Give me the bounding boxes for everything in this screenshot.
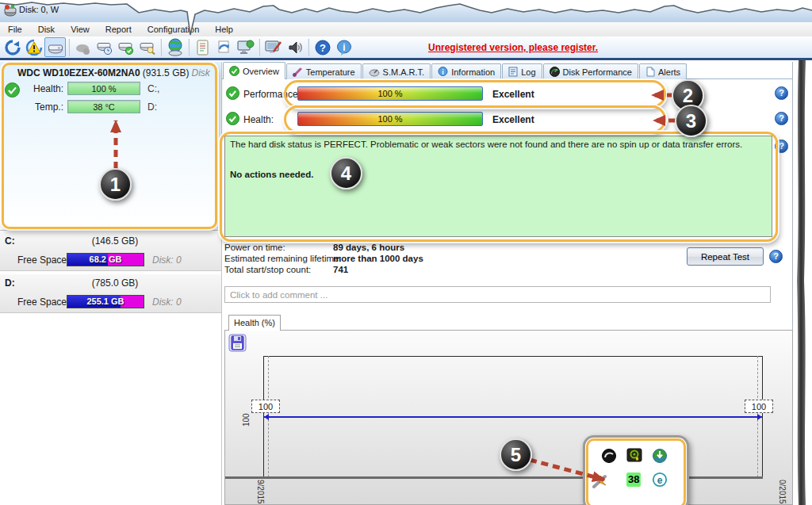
volume-disk-ref: Disk: 0 bbox=[152, 254, 182, 266]
tab-information[interactable]: i Information bbox=[431, 63, 501, 79]
tab-smart[interactable]: S.M.A.R.T. bbox=[362, 63, 431, 79]
disk-disabled-icon bbox=[72, 37, 94, 57]
free-space-label: Free Space bbox=[17, 254, 67, 266]
performance-gauge-icon bbox=[550, 67, 560, 77]
stat-label: Power on time: bbox=[224, 243, 285, 252]
tab-alerts[interactable]: Alerts bbox=[639, 63, 687, 79]
tab-label: Information bbox=[451, 67, 495, 77]
health-rating: Excellent bbox=[492, 114, 534, 125]
free-space-value: 68.2 GB bbox=[67, 254, 144, 266]
y-axis-tick-label: 100 bbox=[242, 413, 251, 427]
disk-warning-icon[interactable] bbox=[23, 37, 44, 57]
toolbar-separator bbox=[188, 39, 190, 56]
computer-edit-icon[interactable] bbox=[262, 37, 284, 57]
repeat-test-button[interactable]: Repeat Test bbox=[687, 247, 764, 266]
help-icon-performance[interactable]: ? bbox=[775, 86, 788, 100]
disk-summary-panel[interactable]: WDC WD10EZEX-60M2NA0 (931.5 GB) Disk Hea… bbox=[0, 62, 221, 231]
disk-select-icon[interactable] bbox=[44, 37, 66, 57]
health-label: Health: bbox=[6, 83, 63, 94]
volume-capacity: (146.5 GB) bbox=[56, 235, 174, 247]
tab-disk-performance[interactable]: Disk Performance bbox=[543, 63, 638, 79]
network-disk-icon[interactable] bbox=[164, 37, 186, 57]
health-ok-icon bbox=[226, 112, 239, 125]
sync-icon[interactable] bbox=[213, 37, 235, 57]
callout-1: 1 bbox=[99, 168, 132, 201]
volume-letter: D: bbox=[5, 277, 15, 289]
health-bar: 100 % bbox=[297, 112, 483, 126]
help-icon-status[interactable]: ? bbox=[775, 140, 788, 153]
volume-d-panel[interactable]: D: (785.0 GB) Free Space 255.1 GB Disk: … bbox=[0, 274, 221, 313]
tab-log[interactable]: Log bbox=[502, 63, 542, 79]
plot-border-top bbox=[263, 356, 763, 357]
hd-sentinel-temp-tray-icon: 38 bbox=[626, 472, 641, 487]
refresh-icon[interactable] bbox=[2, 37, 23, 57]
tab-overview[interactable]: Overview bbox=[223, 62, 285, 79]
svg-text:i: i bbox=[442, 68, 444, 76]
gauge-small-icon bbox=[369, 67, 380, 77]
toolbar-separator bbox=[160, 39, 162, 56]
stat-label: Estimated remaining lifetime: bbox=[224, 254, 342, 263]
eset-tray-icon: e bbox=[652, 472, 668, 488]
tab-label: Overview bbox=[243, 67, 279, 76]
disk-capacity: (931.5 GB) bbox=[143, 67, 190, 78]
thermometer-icon bbox=[293, 67, 303, 77]
document-icon bbox=[508, 67, 518, 77]
tab-label: Disk Performance bbox=[563, 67, 632, 77]
app-window: { "window": { "title": "Disk: 0, W" }, "… bbox=[0, 0, 812, 505]
tab-temperature[interactable]: Temperature bbox=[286, 63, 362, 79]
volume-letter: C: bbox=[5, 235, 15, 247]
toolbar-separator bbox=[259, 39, 260, 56]
x-axis-label-right: 0/2015 bbox=[778, 480, 787, 504]
performance-ok-icon bbox=[226, 86, 239, 100]
volume-disk-ref: Disk: 0 bbox=[152, 296, 182, 308]
health-label: Health: bbox=[243, 114, 274, 125]
callout-5: 5 bbox=[500, 438, 532, 471]
tab-label: Log bbox=[521, 67, 535, 77]
stat-value: more than 1000 days bbox=[333, 254, 423, 263]
info-icon[interactable]: i bbox=[333, 37, 354, 57]
disk-search-icon[interactable] bbox=[136, 37, 158, 57]
unregistered-notice[interactable]: Unregistered version, please register. bbox=[428, 42, 598, 53]
torn-edge-top bbox=[0, 0, 812, 40]
series-value-box-right: 100 bbox=[745, 400, 773, 413]
svg-text:i: i bbox=[343, 42, 345, 53]
volume-c-panel[interactable]: C: (146.5 GB) Free Space 68.2 GB Disk: 0 bbox=[0, 231, 221, 271]
comment-input[interactable] bbox=[224, 286, 771, 303]
svg-text:e: e bbox=[657, 475, 663, 486]
help-icon-health[interactable]: ? bbox=[775, 112, 788, 125]
disk-suffix: Disk bbox=[192, 67, 210, 78]
remote-monitor-icon[interactable] bbox=[235, 37, 256, 57]
x-axis-label-left: 9/2015 bbox=[256, 480, 265, 504]
info-balloon-icon: i bbox=[438, 67, 448, 77]
stat-label: Total start/stop count: bbox=[224, 265, 311, 274]
nvidia-tray-icon bbox=[626, 447, 642, 463]
volume-capacity: (785.0 GB) bbox=[56, 277, 174, 289]
report-icon[interactable] bbox=[192, 37, 213, 57]
sensor-tray-icon bbox=[592, 472, 607, 488]
free-space-bar: 68.2 GB bbox=[67, 253, 144, 266]
health-series-line bbox=[264, 416, 762, 418]
performance-rating: Excellent bbox=[492, 89, 534, 100]
help-icon[interactable]: ? bbox=[312, 37, 333, 57]
disk-clock-icon[interactable] bbox=[94, 37, 115, 57]
media-player-tray-icon bbox=[601, 448, 617, 464]
tab-label: Temperature bbox=[306, 67, 355, 77]
series-value-box-left: 100 bbox=[251, 400, 280, 413]
chart-tab-health[interactable]: Health (%) bbox=[228, 315, 281, 331]
disk-accept-icon[interactable] bbox=[115, 37, 136, 57]
partition-line-1: C:, bbox=[147, 83, 159, 94]
sidebar-divider bbox=[221, 62, 222, 505]
status-text: The hard disk status is PERFECT. Problem… bbox=[230, 140, 767, 149]
save-chart-icon[interactable] bbox=[228, 334, 247, 352]
download-manager-tray-icon bbox=[652, 448, 668, 464]
health-bar: 100 % bbox=[67, 82, 140, 95]
plot-border-right bbox=[762, 356, 763, 477]
sound-icon[interactable] bbox=[284, 37, 305, 57]
help-icon-repeat-test[interactable]: ? bbox=[769, 250, 783, 263]
callout-4: 4 bbox=[330, 157, 362, 189]
stat-value: 89 days, 6 hours bbox=[333, 243, 404, 252]
svg-text:?: ? bbox=[320, 42, 326, 54]
toolbar-separator bbox=[308, 39, 309, 56]
callout-3: 3 bbox=[675, 105, 707, 137]
status-action: No actions needed. bbox=[230, 170, 767, 179]
